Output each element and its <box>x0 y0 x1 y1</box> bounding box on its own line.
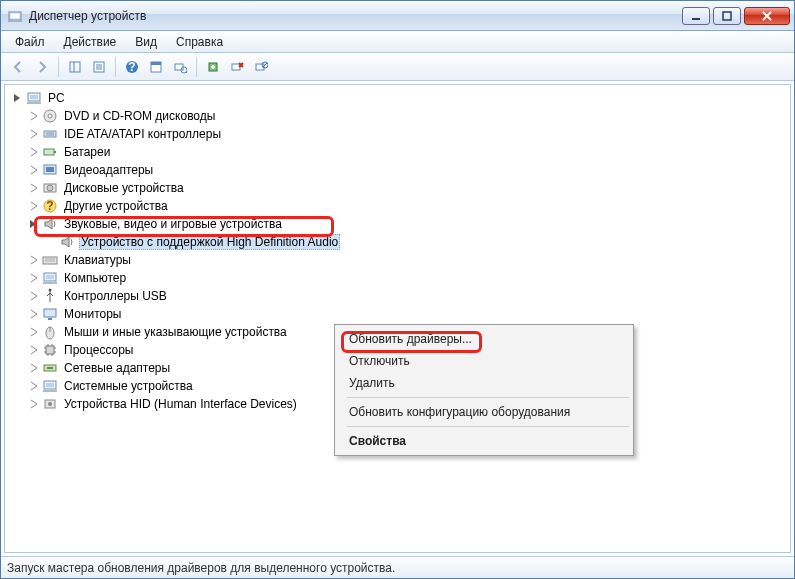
tree-category[interactable]: Дисковые устройства <box>9 179 790 197</box>
app-icon <box>7 8 23 24</box>
tree-category[interactable]: Батареи <box>9 143 790 161</box>
computer-icon <box>42 270 58 286</box>
svg-rect-4 <box>723 12 731 20</box>
context-menu-properties[interactable]: Свойства <box>337 430 631 452</box>
expand-arrow-icon[interactable] <box>27 199 41 213</box>
context-menu-label: Обновить драйверы... <box>349 332 472 346</box>
toolbar-properties-button[interactable] <box>88 56 110 78</box>
expand-arrow-icon[interactable] <box>27 307 41 321</box>
toolbar-help-button[interactable]: ? <box>121 56 143 78</box>
toolbar-uninstall-button[interactable] <box>226 56 248 78</box>
expand-arrow-icon[interactable] <box>27 145 41 159</box>
svg-rect-62 <box>46 383 54 387</box>
expand-arrow-open-icon[interactable] <box>27 217 41 231</box>
tree-category[interactable]: IDE ATA/ATAPI контроллеры <box>9 125 790 143</box>
tree-label: Видеоадаптеры <box>62 162 155 178</box>
tree-category[interactable]: ?Другие устройства <box>9 197 790 215</box>
maximize-button[interactable] <box>713 7 741 25</box>
context-menu-delete[interactable]: Удалить <box>337 372 631 394</box>
mouse-icon <box>42 324 58 340</box>
window-title: Диспетчер устройств <box>29 9 682 23</box>
expand-arrow-icon[interactable] <box>27 127 41 141</box>
device-tree[interactable]: PC DVD и CD-ROM дисководы IDE ATA/ATAPI … <box>4 84 791 553</box>
expand-arrow-icon[interactable] <box>27 361 41 375</box>
context-menu-separator <box>347 426 629 427</box>
tree-category-sound[interactable]: Звуковые, видео и игровые устройства <box>9 215 790 233</box>
sound-icon <box>42 216 58 232</box>
tree-label: Мониторы <box>62 306 123 322</box>
menu-file[interactable]: Файл <box>7 33 53 51</box>
svg-rect-5 <box>70 62 80 72</box>
expand-arrow-icon[interactable] <box>27 289 41 303</box>
system-device-icon <box>42 378 58 394</box>
svg-text:?: ? <box>128 60 135 74</box>
menu-action[interactable]: Действие <box>56 33 125 51</box>
expand-arrow-icon[interactable] <box>27 343 41 357</box>
toolbar-forward-button[interactable] <box>31 56 53 78</box>
toolbar-view-button[interactable] <box>145 56 167 78</box>
svg-rect-60 <box>47 367 53 369</box>
tree-label: Компьютер <box>62 270 128 286</box>
tree-category[interactable]: DVD и CD-ROM дисководы <box>9 107 790 125</box>
expand-arrow-icon[interactable] <box>27 253 41 267</box>
tree-category[interactable]: Клавиатуры <box>9 251 790 269</box>
svg-rect-24 <box>30 95 38 99</box>
expand-arrow-icon[interactable] <box>27 379 41 393</box>
close-button[interactable] <box>744 7 790 25</box>
context-menu-label: Отключить <box>349 354 410 368</box>
toolbar-disable-button[interactable] <box>250 56 272 78</box>
device-manager-window: Диспетчер устройств Файл Действие Вид Сп… <box>0 0 795 579</box>
tree-label: Процессоры <box>62 342 136 358</box>
toolbar-scan-button[interactable] <box>169 56 191 78</box>
context-menu-scan[interactable]: Обновить конфигурацию оборудования <box>337 401 631 423</box>
svg-rect-46 <box>44 309 56 317</box>
tree-label: Сетевые адаптеры <box>62 360 172 376</box>
menu-view[interactable]: Вид <box>127 33 165 51</box>
toolbar: ? <box>1 53 794 81</box>
tree-label: IDE ATA/ATAPI контроллеры <box>62 126 223 142</box>
expand-arrow-icon[interactable] <box>27 271 41 285</box>
toolbar-update-driver-button[interactable] <box>202 56 224 78</box>
svg-rect-63 <box>43 390 57 392</box>
expand-arrow-icon[interactable] <box>27 325 41 339</box>
expand-arrow-icon[interactable] <box>27 163 41 177</box>
tree-label: Устройства HID (Human Interface Devices) <box>62 396 299 412</box>
expand-arrow-open-icon[interactable] <box>11 91 25 105</box>
svg-point-45 <box>49 289 52 292</box>
svg-text:?: ? <box>46 199 53 213</box>
svg-rect-28 <box>44 131 56 137</box>
tree-root[interactable]: PC <box>9 89 790 107</box>
minimize-button[interactable] <box>682 7 710 25</box>
tree-label: Устройство с поддержкой High Definition … <box>79 234 340 250</box>
tree-label: Клавиатуры <box>62 252 133 268</box>
tree-device-hdaudio[interactable]: Устройство с поддержкой High Definition … <box>9 233 790 251</box>
optical-drive-icon <box>42 108 58 124</box>
svg-point-36 <box>47 185 53 191</box>
context-menu-label: Удалить <box>349 376 395 390</box>
network-adapter-icon <box>42 360 58 376</box>
tree-category[interactable]: Мониторы <box>9 305 790 323</box>
tree-category[interactable]: Видеоадаптеры <box>9 161 790 179</box>
statusbar: Запуск мастера обновления драйверов для … <box>1 556 794 578</box>
context-menu-disable[interactable]: Отключить <box>337 350 631 372</box>
tree-label: Звуковые, видео и игровые устройства <box>62 216 284 232</box>
expand-arrow-icon[interactable] <box>27 397 41 411</box>
expand-arrow-icon[interactable] <box>27 181 41 195</box>
keyboard-icon <box>42 252 58 268</box>
context-menu-label: Свойства <box>349 434 406 448</box>
svg-rect-14 <box>151 62 161 65</box>
toolbar-showhide-button[interactable] <box>64 56 86 78</box>
other-devices-icon: ? <box>42 198 58 214</box>
usb-icon <box>42 288 58 304</box>
tree-category[interactable]: Контроллеры USB <box>9 287 790 305</box>
menu-help[interactable]: Справка <box>168 33 231 51</box>
tree-label: Системные устройства <box>62 378 195 394</box>
tree-category[interactable]: Компьютер <box>9 269 790 287</box>
tree-label: Дисковые устройства <box>62 180 186 196</box>
toolbar-back-button[interactable] <box>7 56 29 78</box>
monitor-icon <box>42 306 58 322</box>
context-menu-update-drivers[interactable]: Обновить драйверы... <box>337 328 631 350</box>
tree-label: PC <box>46 90 67 106</box>
expand-arrow-icon[interactable] <box>27 109 41 123</box>
window-buttons <box>682 7 790 25</box>
